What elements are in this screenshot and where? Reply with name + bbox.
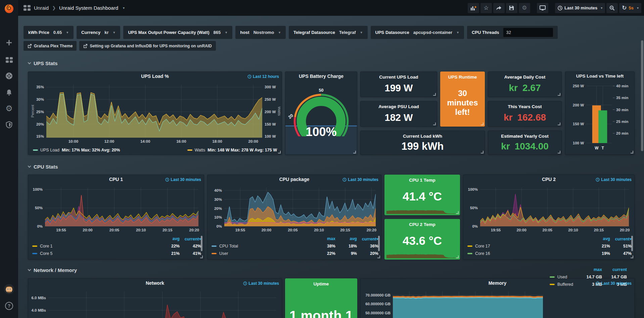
panel-time-range[interactable]: Last 30 minutes <box>243 281 279 286</box>
ups-load-chart[interactable]: 10:0012:0014:0016:0018:0020:0015%100 W20… <box>30 81 280 144</box>
legend-scrollbar[interactable] <box>631 236 633 251</box>
panel-title[interactable]: This Years Cost <box>488 104 561 109</box>
section-network-memory[interactable]: Network / Memory <box>28 267 77 273</box>
dashboard-caret-icon[interactable]: ▾ <box>123 6 125 10</box>
variable-value[interactable]: 0.65 <box>53 30 62 35</box>
panel-time-range[interactable]: Last 30 minutes <box>596 281 632 286</box>
legend-series[interactable]: Core 521%41% <box>32 250 201 257</box>
stat-value: 182 W <box>361 110 437 125</box>
legend-column-avg[interactable]: avg <box>589 236 610 241</box>
variable-kwh-price[interactable]: kWh Price 0.65 ▼ <box>24 26 74 39</box>
page-scrollbar[interactable] <box>641 40 643 151</box>
panel-title[interactable]: Current UPS Load <box>361 75 437 80</box>
panel-uptime: Uptime 1 month 1 <box>285 278 357 318</box>
legend-series[interactable]: CPU Total38%18%36% <box>212 242 378 250</box>
create-icon[interactable] <box>0 37 18 49</box>
explore-icon[interactable] <box>0 70 18 82</box>
panel-time-range[interactable]: Last 30 minutes <box>165 177 201 182</box>
cpu-threads-input[interactable] <box>503 28 553 37</box>
cpu-package-chart[interactable]: 19:5520:0020:0520:1020:1520:200%10%20%30… <box>209 184 380 233</box>
variable-ups-datasource[interactable]: UPS Datasource apcupsd-container ▼ <box>371 26 464 39</box>
panel-time-range[interactable]: Last 12 hours <box>247 74 279 79</box>
variable-label: CPU Threads <box>472 30 499 35</box>
panel-title[interactable]: UPS Load % <box>28 74 282 79</box>
legend-column-avg[interactable]: avg <box>158 236 180 241</box>
memory-chart[interactable]: 50.000000 GB60.000000 GB70.000000 GB <box>362 288 545 318</box>
ups-load-time-bar-chart[interactable]: 100 W150 W200 W250 W20 min25 min30 min35… <box>567 81 633 152</box>
legend-series[interactable]: Watts Min: 148 W Max: 278 W Avg: 175 W <box>187 148 277 152</box>
panel-title[interactable]: Memory <box>361 280 634 286</box>
panel-title[interactable]: Current Load kWh <box>361 134 485 139</box>
variable-value[interactable]: kr <box>104 30 108 35</box>
panel-time-range[interactable]: Last 30 minutes <box>596 177 632 182</box>
dashboard-link-ups-monitoring-guide[interactable]: Setting up Grafana and InfluxDB for UPS … <box>79 41 216 51</box>
add-panel-button[interactable] <box>468 3 479 13</box>
legend-series[interactable]: Core 1721%51% <box>467 242 632 250</box>
dashboards-icon[interactable] <box>0 54 18 66</box>
alerting-icon[interactable] <box>0 86 18 98</box>
save-button[interactable] <box>506 3 517 13</box>
legend-series[interactable]: Core 1619%47% <box>467 250 632 257</box>
variable-value[interactable]: apcupsd-container <box>413 30 452 35</box>
svg-text:15%: 15% <box>36 134 44 138</box>
refresh-button[interactable]: ↻ 5s ▾ <box>619 3 641 13</box>
variable-value[interactable]: Nostromo <box>254 30 274 35</box>
dashboard-settings-button[interactable]: ⚙ <box>519 3 530 13</box>
legend-series[interactable]: Core 122%42% <box>32 242 201 250</box>
legend-column-max[interactable]: max <box>577 267 602 272</box>
variable-currency[interactable]: Currency kr ▼ <box>77 26 120 39</box>
zoom-out-button[interactable] <box>606 3 618 13</box>
dashboard-link-grafana-plex-theme[interactable]: Grafana Plex Theme <box>24 41 77 51</box>
panel-title[interactable]: Average Daily Cost <box>488 75 561 80</box>
legend-column-current[interactable]: current▾ <box>357 236 378 241</box>
legend-column-current[interactable]: current▾ <box>180 236 201 241</box>
panel-title[interactable]: Average PSU Load <box>361 104 437 109</box>
network-chart[interactable]: 2.0 MBs4.0 MBs6.0 MBs <box>30 288 280 318</box>
section-cpu-stats[interactable]: CPU Stats <box>28 164 58 170</box>
variable-telegraf-datasource[interactable]: Telegraf Datasource Telegraf ▼ <box>289 26 368 39</box>
variable-value[interactable]: Telegraf <box>339 30 356 35</box>
variable-host[interactable]: host Nostromo ▼ <box>235 26 286 39</box>
legend-scrollbar[interactable] <box>378 236 380 251</box>
variable-value[interactable]: 865 <box>214 30 221 35</box>
svg-text:150 W: 150 W <box>573 122 584 126</box>
legend-column-current[interactable]: current <box>602 267 627 272</box>
panel-title[interactable]: UPS Battery Charge <box>285 74 357 79</box>
link-label: Grafana Plex Theme <box>34 44 73 48</box>
legend-series[interactable]: Used14.7 GB14.7 GB <box>550 273 627 281</box>
legend-column-max[interactable]: max <box>314 236 335 241</box>
breadcrumb-dashboard-title[interactable]: Unraid System Dashboard <box>59 5 118 11</box>
panel-title[interactable]: UPS Runtime <box>441 75 485 80</box>
apps-grid-icon[interactable] <box>24 5 31 11</box>
bar-T[interactable] <box>598 110 607 143</box>
legend-series[interactable]: User22%9%20% <box>212 250 378 257</box>
panel-title[interactable]: CPU 1 Temp <box>385 178 460 183</box>
svg-text:300 W: 300 W <box>265 85 276 89</box>
variable-ups-max-output[interactable]: UPS Max Output Power Capacity (Watt) 865… <box>123 26 232 39</box>
breadcrumb-folder[interactable]: Unraid <box>34 5 49 11</box>
panel-title[interactable]: UPS Load vs Time left <box>565 74 634 79</box>
panel-title[interactable]: Uptime <box>285 281 357 286</box>
legend-column-avg[interactable]: avg <box>335 236 357 241</box>
legend-series[interactable]: UPS Load Min: 17% Max: 32% Avg: 20% <box>33 148 120 152</box>
star-button[interactable]: ☆ <box>480 3 492 13</box>
help-icon[interactable]: ? <box>0 300 18 312</box>
panel-time-range[interactable]: Last 30 minutes <box>342 177 378 182</box>
cpu2-chart[interactable]: 19:5520:0020:0520:1020:1520:200%50%100% <box>465 184 633 233</box>
refresh-interval-label[interactable]: 5s <box>629 5 634 10</box>
legend-column-current[interactable]: current▾ <box>610 236 632 241</box>
panel-title[interactable]: Estimated Yearly Cost <box>488 134 561 139</box>
grafana-app: ⚙ ? Unraid ❯ Unraid System Dashboard ▾ ☆ <box>0 0 644 318</box>
share-button[interactable] <box>493 3 505 13</box>
chart-canvas: 19:5520:0020:0520:1020:1520:200%10%20%30… <box>209 184 380 233</box>
cpu1-chart[interactable]: 19:5520:0020:0520:1020:1520:200%50%100% <box>30 184 202 233</box>
configuration-gear-icon[interactable]: ⚙ <box>0 102 18 115</box>
grafana-logo[interactable] <box>4 3 14 14</box>
time-range-picker[interactable]: Last 30 minutes ▾ <box>555 3 605 13</box>
panel-title[interactable]: CPU 2 Temp <box>385 222 460 227</box>
legend-scrollbar[interactable] <box>201 236 202 251</box>
server-admin-shield-icon[interactable] <box>0 119 18 131</box>
user-avatar[interactable] <box>0 283 18 295</box>
section-ups-stats[interactable]: UPS Stats <box>28 60 58 66</box>
kiosk-mode-button[interactable] <box>537 3 548 13</box>
